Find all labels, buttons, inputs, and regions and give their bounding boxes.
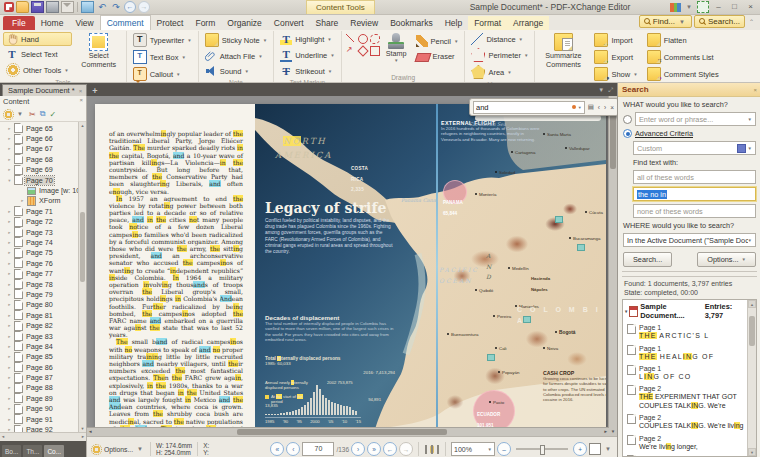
options-button[interactable]: Options... [104,446,133,453]
content-tree-row[interactable]: ▸ Page 90 [0,404,86,414]
any-words-input[interactable]: the no in [633,187,756,201]
ribbon-tab[interactable]: Format [468,16,507,30]
zoom-in-icon[interactable]: + [573,442,587,456]
expander-icon[interactable]: ▸ [7,209,12,214]
content-tree-row[interactable]: ▸ Page 71 [0,206,86,216]
ribbon-tab[interactable]: Protect [151,16,190,30]
expander-icon[interactable]: ▸ [7,385,12,390]
expander-icon[interactable]: ▸ [7,375,12,380]
scrollbar-thumb[interactable] [749,316,755,346]
line-tool-icon[interactable] [346,34,354,42]
find-button[interactable]: Find...▼ [639,15,692,28]
horizontal-scrollbar[interactable]: ◄ ► [87,427,609,436]
ellipse-tool-icon[interactable] [358,34,368,44]
text-box-button[interactable]: T Text Box▼ [130,49,195,65]
expander-icon[interactable]: ▸ [7,323,12,328]
expander-icon[interactable]: ▸ [7,240,12,245]
print-icon[interactable] [46,1,59,13]
options-gear-icon[interactable] [91,444,102,455]
content-tree-row[interactable]: Image [w: 1031; h [0,185,86,195]
search-result-item[interactable]: Page 1 LING OF CO [623,363,756,383]
advanced-criteria-radio[interactable] [623,129,632,138]
content-tree-hscrollbar[interactable] [0,432,86,441]
typewriter-button[interactable]: T Typewriter▼ [130,32,195,48]
expander-icon[interactable]: ▸ [7,167,12,172]
sound-button[interactable]: Sound▼ [202,64,270,78]
strikeout-button[interactable]: T Strikeout▼ [277,64,338,78]
ribbon-tab[interactable]: Home [35,16,70,30]
polygon-tool-icon[interactable] [357,45,368,56]
search-result-item[interactable]: Page 2 We're living longer, [623,433,756,453]
float-panel-icon[interactable]: ⤢ [608,87,613,94]
ribbon-tab[interactable]: Share [310,16,345,30]
contextual-tab-content-tools[interactable]: Content Tools [306,0,375,14]
select-comments-button[interactable]: Select Comments [75,32,123,70]
eraser-button[interactable]: Eraser [413,49,462,63]
scroll-down-icon[interactable]: ▼ [609,428,617,436]
ribbon-tab[interactable]: Help [439,16,468,30]
content-tree-row[interactable]: ▸ Page 73 [0,227,86,237]
stamp-button[interactable]: Stamp ▼ [383,32,410,65]
expander-icon[interactable]: ▾ [7,178,12,183]
content-tree-row[interactable]: ▸ Page 82 [0,320,86,330]
search-result-item[interactable]: Page 2 be underestimating how [623,453,756,457]
callout-button[interactable]: T Callout▼ [130,66,195,82]
run-search-button[interactable]: Search... [623,252,672,267]
vertical-scrollbar[interactable]: ▲ ▼ [608,96,617,436]
comments-list-button[interactable]: ≡ Comments List [644,49,722,65]
content-tree-row[interactable]: ▸ Page 83 [0,331,86,341]
minimize-button[interactable]: – [712,2,725,13]
expander-icon[interactable]: ▸ [7,136,12,141]
forward-icon[interactable]: → [138,1,150,13]
previous-view-icon[interactable]: ← [383,442,397,456]
validate-icon[interactable]: ✓ [49,110,56,119]
highlight-button[interactable]: T Highlight▼ [277,32,338,46]
expander-icon[interactable]: ▸ [20,198,25,203]
panel-splitter[interactable] [622,271,757,277]
scroll-up-icon[interactable]: ▲ [748,300,756,308]
search-phrase-input[interactable]: Enter word or phrase... ▼ [635,112,756,126]
ribbon-tab[interactable]: Form [189,16,221,30]
select-text-button[interactable]: T Select Text [3,47,72,61]
content-tree-row[interactable]: ▸ Page 72 [0,217,86,227]
ribbon-tab[interactable]: Comment [100,15,151,30]
copy-icon[interactable]: ⧉ [40,109,46,119]
simple-search-radio[interactable] [623,115,632,124]
advanced-criteria-link[interactable]: Advanced Criteria [635,129,693,138]
close-button[interactable]: × [744,2,757,13]
content-tree-row[interactable]: ▸ Page 65 [0,123,86,133]
panel-gear-caret-icon[interactable]: ▼ [15,111,25,117]
content-tree-row[interactable]: ▸ Page 67 [0,144,86,154]
import-comments-button[interactable]: ← Import [591,32,640,48]
expander-icon[interactable]: ▸ [7,302,12,307]
redo-icon[interactable]: ↷ [110,2,122,12]
highlight-all-icon[interactable]: ▤ [587,103,595,111]
search-button[interactable]: Search... [694,15,745,28]
content-tree-row[interactable]: ▸ Page 87 [0,372,86,382]
cloud-tool-icon[interactable] [370,34,380,44]
content-tree-row[interactable]: ▸ Page 81 [0,310,86,320]
expander-icon[interactable]: ▸ [7,250,12,255]
first-page-icon[interactable]: « [270,442,284,456]
maximize-button[interactable]: □ [728,2,741,13]
distance-button[interactable]: Distance▼ [468,32,531,46]
find-previous-icon[interactable]: ‹ [597,104,601,111]
content-tree-row[interactable]: ▸ Page 69 [0,165,86,175]
content-tree-row[interactable]: ▸ Page 75 [0,248,86,258]
hand-tool-button[interactable]: Hand [3,32,72,46]
close-tab-icon[interactable]: × [79,88,83,94]
expander-icon[interactable]: ▸ [7,292,12,297]
content-tree-row[interactable]: ▸ Page 78 [0,279,86,289]
flatten-comments-button[interactable]: Flatten [644,32,722,48]
scroll-up-icon[interactable]: ▲ [79,122,86,129]
ribbon-tab[interactable]: Review [344,16,384,30]
content-tree-row[interactable]: ▸ Page 66 [0,133,86,143]
fit-page-icon[interactable] [589,443,601,455]
document-view[interactable]: of an overwhelmingly popular leader of t… [87,96,617,436]
scrollbar-thumb[interactable] [237,429,447,435]
result-document-node[interactable]: ▾ Sample Document.... Entries: 3,797 [623,300,756,322]
pencil-button[interactable]: Pencil▼ [413,34,462,48]
ribbon-tab[interactable]: Organize [221,16,268,30]
panel-tab[interactable]: Co... [44,445,64,457]
area-button[interactable]: Area▼ [468,64,531,80]
